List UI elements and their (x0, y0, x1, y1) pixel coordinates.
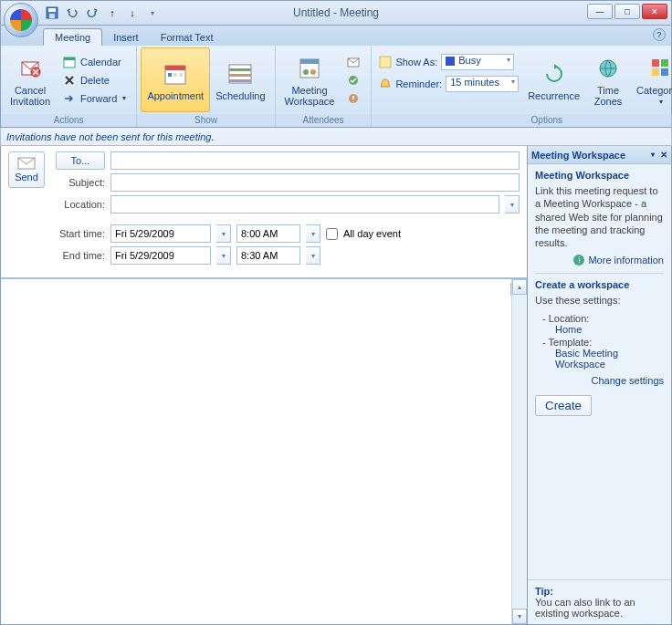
all-day-checkbox[interactable] (326, 228, 338, 240)
response-icon-2[interactable] (343, 72, 363, 89)
tp-section1-body: Link this meeting request to a Meeting W… (535, 184, 664, 249)
scrollbar[interactable]: ▴ ▾ (511, 279, 527, 624)
tab-meeting[interactable]: Meeting (43, 28, 102, 46)
svg-rect-25 (652, 59, 659, 67)
scheduling-icon (226, 59, 255, 89)
ribbon-group-actions: Cancel Invitation Calendar Delete Forwar… (1, 46, 137, 127)
forward-button[interactable]: Forward▾ (59, 90, 129, 107)
envelope-icon (17, 157, 36, 170)
start-time-dd[interactable]: ▾ (306, 224, 320, 243)
time-zones-button[interactable]: Time Zones (585, 47, 631, 112)
start-date-input[interactable] (110, 224, 211, 243)
svg-rect-2 (49, 14, 55, 18)
redo-icon[interactable] (85, 5, 100, 20)
calendar-button[interactable]: Calendar (59, 54, 129, 70)
undo-icon[interactable] (65, 5, 79, 20)
send-button[interactable]: Send (8, 151, 45, 188)
svg-rect-8 (165, 66, 185, 70)
location-dropdown[interactable]: ▾ (505, 195, 520, 214)
svg-rect-11 (179, 73, 183, 77)
show-as-select[interactable]: Busy (441, 54, 514, 70)
location-label: Location: (56, 199, 105, 210)
delete-button[interactable]: Delete (59, 72, 129, 89)
start-label: Start time: (56, 228, 105, 239)
main-area: Send To... Subject: Location: (0, 146, 672, 625)
form-area: Send To... Subject: Location: (1, 146, 527, 624)
create-button[interactable]: Create (535, 395, 592, 416)
globe-icon (593, 54, 623, 83)
minimize-button[interactable]: — (587, 4, 613, 19)
response-icon-1[interactable] (343, 54, 363, 70)
categorize-icon (646, 54, 672, 83)
tp-template-val: Basic Meeting Workspace (542, 348, 664, 370)
qat-customize-icon[interactable]: ▾ (145, 5, 160, 20)
svg-rect-6 (64, 57, 75, 60)
all-day-label: All day event (343, 228, 401, 239)
recurrence-button[interactable]: Recurrence (522, 47, 585, 112)
end-date-dd[interactable]: ▾ (216, 246, 231, 265)
change-settings-link[interactable]: Change settings (592, 375, 665, 386)
ribbon-tabs: Meeting Insert Format Text ? (0, 26, 672, 46)
svg-point-19 (310, 69, 316, 75)
titlebar: ↑ ↓ ▾ Untitled - Meeting — □ ✕ (0, 0, 672, 26)
tp-create-title: Create a workspace (535, 279, 664, 290)
ribbon-group-attendees: Meeting Workspace Attendees (276, 46, 373, 127)
workspace-icon (295, 54, 324, 83)
message-body[interactable]: ▴ ▾ (1, 278, 527, 624)
location-input[interactable] (110, 195, 499, 214)
svg-rect-10 (173, 73, 177, 77)
prev-icon[interactable]: ↑ (105, 5, 120, 20)
tab-insert[interactable]: Insert (102, 29, 150, 46)
forward-icon (62, 91, 77, 106)
end-time-dd[interactable]: ▾ (306, 246, 320, 265)
scheduling-button[interactable]: Scheduling (210, 47, 270, 112)
taskpane-close-icon[interactable]: ✕ (660, 150, 667, 160)
svg-rect-14 (229, 74, 251, 77)
end-time-input[interactable] (236, 246, 300, 265)
help-button[interactable]: ? (653, 28, 666, 41)
end-date-input[interactable] (110, 246, 211, 265)
svg-rect-28 (661, 68, 668, 76)
cancel-icon (16, 54, 45, 83)
tp-location-val: Home (542, 324, 664, 335)
appointment-icon (161, 59, 190, 89)
to-button[interactable]: To... (56, 151, 105, 170)
svg-point-18 (303, 69, 309, 75)
reminder-select[interactable]: 15 minutes (446, 76, 519, 92)
response-icon-3[interactable] (343, 90, 363, 107)
meeting-workspace-button[interactable]: Meeting Workspace (279, 47, 341, 112)
subject-input[interactable] (110, 173, 520, 192)
tab-format-text[interactable]: Format Text (150, 29, 225, 46)
svg-rect-9 (168, 73, 172, 77)
close-button[interactable]: ✕ (642, 4, 667, 19)
categorize-button[interactable]: Categorize▾ (631, 47, 672, 112)
taskpane-menu-icon[interactable]: ▾ (651, 151, 655, 159)
next-icon[interactable]: ↓ (125, 5, 140, 20)
save-icon[interactable] (45, 5, 59, 20)
start-date-dd[interactable]: ▾ (216, 224, 231, 243)
svg-rect-26 (661, 59, 668, 67)
info-icon: i (573, 255, 584, 266)
quick-access-toolbar: ↑ ↓ ▾ (45, 5, 160, 20)
tp-section1-title: Meeting Workspace (535, 170, 664, 181)
office-button[interactable] (4, 3, 38, 37)
recurrence-icon (540, 59, 569, 89)
to-input[interactable] (110, 151, 520, 170)
tp-use-settings: Use these settings: (535, 294, 664, 307)
more-info-link[interactable]: More information (588, 255, 664, 266)
scroll-down-icon[interactable]: ▾ (512, 609, 527, 624)
start-time-input[interactable] (236, 224, 300, 243)
svg-rect-27 (652, 68, 659, 76)
window-title: Untitled - Meeting (293, 6, 379, 19)
subject-label: Subject: (56, 177, 105, 188)
end-label: End time: (56, 250, 105, 261)
svg-rect-23 (380, 57, 391, 68)
maximize-button[interactable]: □ (614, 4, 640, 19)
taskpane-tip: Tip: You can also link to an existing wo… (528, 579, 671, 624)
calendar-icon (62, 55, 77, 69)
svg-rect-13 (229, 68, 251, 71)
scroll-up-icon[interactable]: ▴ (512, 279, 527, 295)
appointment-button[interactable]: Appointment (141, 47, 210, 112)
cancel-invitation-button[interactable]: Cancel Invitation (5, 47, 56, 112)
showas-icon (379, 56, 392, 68)
